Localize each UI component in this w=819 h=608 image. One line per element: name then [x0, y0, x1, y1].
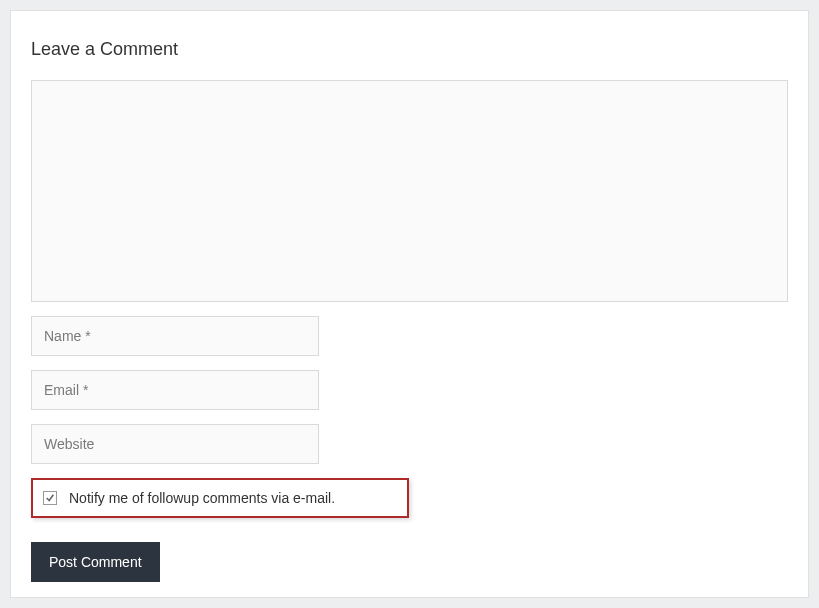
- form-heading: Leave a Comment: [31, 39, 788, 60]
- comment-textarea[interactable]: [31, 80, 788, 302]
- notify-checkbox[interactable]: [43, 491, 57, 505]
- email-field[interactable]: [31, 370, 319, 410]
- name-row: [31, 316, 788, 356]
- website-row: [31, 424, 788, 464]
- notify-label: Notify me of followup comments via e-mai…: [69, 490, 335, 506]
- notify-highlight-box: Notify me of followup comments via e-mai…: [31, 478, 409, 518]
- check-icon: [45, 493, 55, 503]
- email-row: [31, 370, 788, 410]
- name-field[interactable]: [31, 316, 319, 356]
- comment-form-card: Leave a Comment Notify me of followup co…: [10, 10, 809, 598]
- submit-row: Post Comment: [31, 542, 788, 582]
- website-field[interactable]: [31, 424, 319, 464]
- post-comment-button[interactable]: Post Comment: [31, 542, 160, 582]
